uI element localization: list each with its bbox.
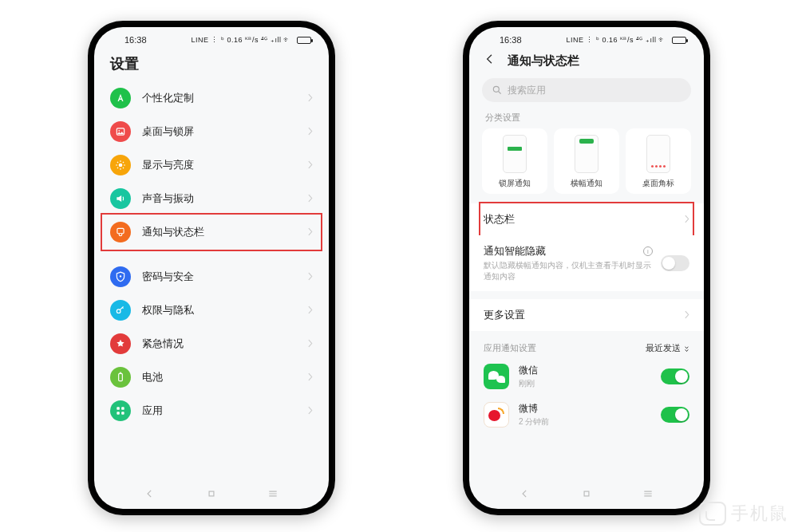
settings-item[interactable]: 桌面与锁屏 — [102, 115, 321, 148]
font-icon — [110, 88, 131, 108]
wechat-icon — [484, 364, 509, 389]
app-section-header: 应用通知设置 最近发送 — [469, 339, 704, 357]
svg-point-5 — [117, 309, 120, 313]
row-more-settings[interactable]: 更多设置 — [469, 299, 704, 331]
watermark-text: 手机鼠 — [731, 502, 788, 526]
watermark-icon — [699, 502, 726, 526]
app-name: 微博 — [519, 402, 651, 416]
weibo-icon — [484, 402, 509, 428]
settings-item[interactable]: 个性化定制 — [102, 81, 321, 115]
apps-icon — [110, 400, 131, 421]
row-status-bar[interactable]: 状态栏 — [469, 203, 704, 235]
settings-item-label: 密码与安全 — [142, 270, 307, 284]
svg-rect-7 — [117, 407, 120, 409]
header-row: 通知与状态栏 — [469, 48, 704, 73]
settings-item-label: 桌面与锁屏 — [142, 124, 307, 139]
settings-item[interactable]: 通知与状态栏 — [102, 215, 321, 249]
info-icon[interactable]: i — [643, 246, 653, 256]
chevron-right-icon — [307, 337, 313, 351]
settings-item[interactable]: 显示与亮度 — [102, 148, 321, 182]
watermark: 手机鼠 — [699, 502, 788, 526]
chevron-right-icon — [307, 303, 313, 317]
settings-item[interactable]: 紧急情况 — [102, 327, 321, 361]
svg-point-2 — [119, 164, 123, 167]
back-button[interactable] — [484, 53, 496, 69]
category-card[interactable]: 桌面角标 — [626, 128, 691, 194]
svg-rect-9 — [117, 412, 120, 415]
nav-recent-icon[interactable] — [642, 488, 654, 502]
chevron-right-icon — [307, 91, 313, 105]
app-row[interactable]: 微信刚刚 — [469, 357, 704, 396]
svg-rect-10 — [121, 412, 124, 415]
settings-item[interactable]: 密码与安全 — [102, 260, 321, 294]
app-section-label: 应用通知设置 — [484, 342, 536, 354]
nav-home-icon[interactable] — [581, 488, 592, 502]
search-icon — [492, 85, 503, 96]
card-preview — [503, 135, 527, 173]
chevron-right-icon — [307, 225, 313, 239]
search-input[interactable]: 搜索应用 — [482, 78, 691, 102]
chevron-right-icon — [307, 158, 313, 172]
header-title: 通知与状态栏 — [508, 53, 579, 69]
status-time: 16:38 — [124, 35, 147, 45]
card-caption: 横幅通知 — [571, 178, 602, 189]
search-placeholder: 搜索应用 — [508, 84, 546, 97]
svg-rect-3 — [117, 228, 124, 233]
screen-right: 16:38 LINE ⋮ ᵇ 0.16 ᴷᴮ/s ⁴ᴳ ₊ıll ᯤ 通知与状态… — [469, 27, 704, 509]
settings-list[interactable]: 个性化定制桌面与锁屏显示与亮度声音与振动通知与状态栏密码与安全权限与隐私紧急情况… — [94, 81, 329, 482]
chevron-right-icon — [307, 124, 313, 139]
category-card[interactable]: 锁屏通知 — [482, 128, 547, 194]
smart-hide-desc: 默认隐藏横幅通知内容，仅机主查看手机时显示通知内容 — [484, 260, 653, 282]
status-time: 16:38 — [500, 35, 522, 45]
category-cards: 锁屏通知横幅通知桌面角标 — [469, 128, 704, 200]
battery-icon — [672, 37, 686, 44]
chevron-right-icon — [684, 212, 689, 227]
app-name: 微信 — [519, 364, 651, 377]
row-smart-hide[interactable]: 通知智能隐藏 i 默认隐藏横幅通知内容，仅机主查看手机时显示通知内容 — [469, 235, 704, 291]
settings-item-label: 显示与亮度 — [142, 158, 307, 172]
nav-bar — [94, 482, 329, 509]
settings-item-label: 应用 — [142, 404, 307, 418]
status-bar: 16:38 LINE ⋮ ᵇ 0.16 ᴷᴮ/s ⁴ᴳ ₊ıll ᯤ — [94, 27, 329, 48]
settings-item-label: 电池 — [142, 370, 307, 384]
status-indicators: LINE ⋮ ᵇ 0.16 ᴷᴮ/s ⁴ᴳ ₊ıll ᯤ — [191, 36, 311, 44]
key-icon — [110, 300, 131, 321]
app-row[interactable]: 微博2 分钟前 — [469, 396, 704, 434]
battery-icon — [297, 37, 311, 44]
card-preview — [646, 135, 670, 173]
chevron-right-icon — [307, 191, 313, 206]
settings-item[interactable]: 应用 — [102, 394, 321, 428]
shield-icon — [110, 266, 131, 287]
chevron-right-icon — [307, 404, 313, 418]
app-toggle[interactable] — [661, 368, 689, 384]
nav-recent-icon[interactable] — [267, 488, 279, 502]
sound-icon — [110, 188, 131, 209]
settings-item[interactable]: 权限与隐私 — [102, 294, 321, 327]
card-caption: 桌面角标 — [642, 178, 674, 189]
settings-item-label: 权限与隐私 — [142, 303, 307, 317]
category-card[interactable]: 横幅通知 — [554, 128, 619, 194]
phone-left: 16:38 LINE ⋮ ᵇ 0.16 ᴷᴮ/s ⁴ᴳ ₊ıll ᯤ 设置 个性… — [88, 21, 335, 515]
app-subtext: 2 分钟前 — [519, 416, 651, 428]
sort-selector[interactable]: 最近发送 — [646, 342, 689, 354]
nav-back-icon[interactable] — [144, 488, 156, 502]
nav-home-icon[interactable] — [206, 488, 217, 502]
chevron-right-icon — [684, 308, 689, 322]
smart-hide-toggle[interactable] — [661, 255, 689, 271]
app-toggle[interactable] — [661, 407, 689, 423]
svg-point-4 — [120, 275, 121, 277]
svg-rect-11 — [209, 491, 214, 496]
settings-item-label: 通知与状态栏 — [142, 225, 307, 239]
svg-rect-8 — [121, 407, 124, 409]
nav-bar — [469, 482, 704, 509]
settings-item[interactable]: 电池 — [102, 361, 321, 394]
settings-item-label: 紧急情况 — [142, 337, 307, 351]
settings-item-label: 声音与振动 — [142, 191, 307, 206]
chevron-right-icon — [307, 270, 313, 284]
settings-item[interactable]: 声音与振动 — [102, 182, 321, 215]
sos-icon — [110, 333, 131, 354]
nav-back-icon[interactable] — [519, 488, 531, 502]
app-subtext: 刚刚 — [519, 378, 651, 389]
chevron-down-icon — [684, 345, 689, 352]
status-indicators: LINE ⋮ ᵇ 0.16 ᴷᴮ/s ⁴ᴳ ₊ıll ᯤ — [566, 36, 686, 44]
